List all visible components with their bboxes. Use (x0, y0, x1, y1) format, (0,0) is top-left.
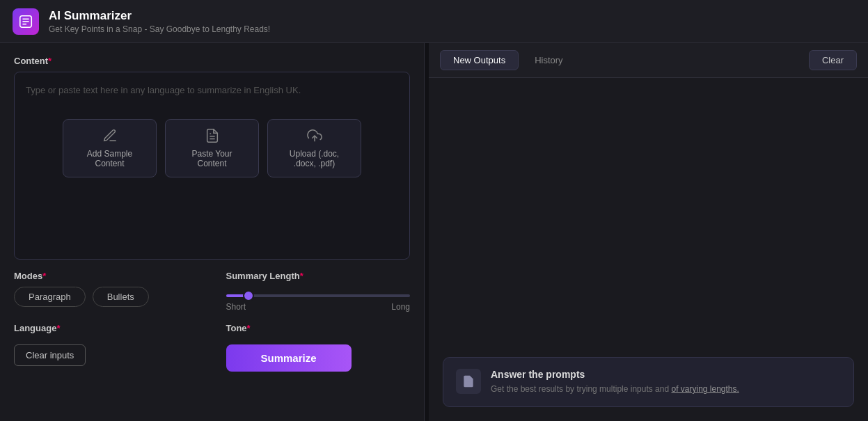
language-col: Language* Clear inputs (14, 323, 198, 366)
content-label: Content* (14, 56, 410, 66)
hint-card: Answer the prompts Get the best results … (443, 357, 854, 407)
summary-length-slider[interactable] (226, 294, 411, 297)
content-required-star: * (48, 56, 52, 66)
tone-col: Tone* Summarize (226, 323, 411, 372)
right-panel: New Outputs History Clear Answer the pro… (429, 43, 868, 421)
slider-labels: Short Long (226, 302, 411, 312)
tab-new-outputs[interactable]: New Outputs (440, 50, 519, 70)
app-header: AI Summarizer Get Key Points in a Snap -… (0, 0, 868, 43)
modes-required-star: * (42, 271, 46, 281)
right-content-area: Answer the prompts Get the best results … (429, 78, 868, 421)
document-icon (461, 374, 475, 388)
modes-col: Modes* Paragraph Bullets (14, 271, 198, 312)
tabs-group: New Outputs History (440, 50, 576, 70)
left-panel: Content* Type or paste text here in any … (0, 43, 425, 421)
hint-icon-box (456, 369, 481, 394)
slider-min-label: Short (226, 302, 246, 312)
header-text-block: AI Summarizer Get Key Points in a Snap -… (49, 9, 270, 34)
clear-button[interactable]: Clear (809, 50, 857, 70)
file-text-icon (205, 128, 220, 143)
logo-icon (18, 14, 33, 29)
content-placeholder: Type or paste text here in any language … (24, 82, 400, 98)
content-area[interactable]: Type or paste text here in any language … (14, 72, 410, 260)
language-label: Language* (14, 323, 198, 333)
paragraph-mode-button[interactable]: Paragraph (14, 287, 86, 307)
slider-wrap: Short Long (226, 288, 411, 312)
app-logo (13, 8, 39, 35)
hint-text-block: Answer the prompts Get the best results … (491, 369, 739, 395)
modes-length-section: Modes* Paragraph Bullets Summary Length*… (14, 271, 410, 312)
hand-pencil-icon (102, 128, 118, 143)
length-col: Summary Length* Short Long (226, 271, 411, 312)
hint-title: Answer the prompts (491, 369, 739, 380)
length-required-star: * (300, 271, 303, 281)
content-buttons-row: Add Sample Content Paste Your Content (24, 119, 400, 177)
language-required-star: * (56, 323, 60, 333)
tabs-header: New Outputs History Clear (429, 43, 868, 78)
bullets-mode-button[interactable]: Bullets (93, 287, 149, 307)
tone-required-star: * (247, 323, 251, 333)
main-layout: Content* Type or paste text here in any … (0, 43, 868, 421)
paste-content-button[interactable]: Paste Your Content (165, 119, 259, 177)
tone-label: Tone* (226, 323, 411, 333)
add-sample-button[interactable]: Add Sample Content (63, 119, 157, 177)
modes-label: Modes* (14, 271, 198, 281)
slider-max-label: Long (391, 302, 410, 312)
mode-buttons-group: Paragraph Bullets (14, 287, 198, 307)
app-title: AI Summarizer (49, 9, 270, 23)
upload-cloud-icon (307, 128, 322, 143)
summarize-button[interactable]: Summarize (226, 344, 352, 372)
hint-body: Get the best results by trying multiple … (491, 383, 739, 395)
tab-history[interactable]: History (521, 50, 576, 70)
app-subtitle: Get Key Points in a Snap - Say Goodbye t… (49, 24, 270, 34)
upload-button[interactable]: Upload (.doc, .docx, .pdf) (267, 119, 361, 177)
summary-length-label: Summary Length* (226, 271, 411, 281)
clear-inputs-button[interactable]: Clear inputs (14, 344, 86, 366)
bottom-row: Language* Clear inputs Tone* Summarize (14, 323, 410, 372)
